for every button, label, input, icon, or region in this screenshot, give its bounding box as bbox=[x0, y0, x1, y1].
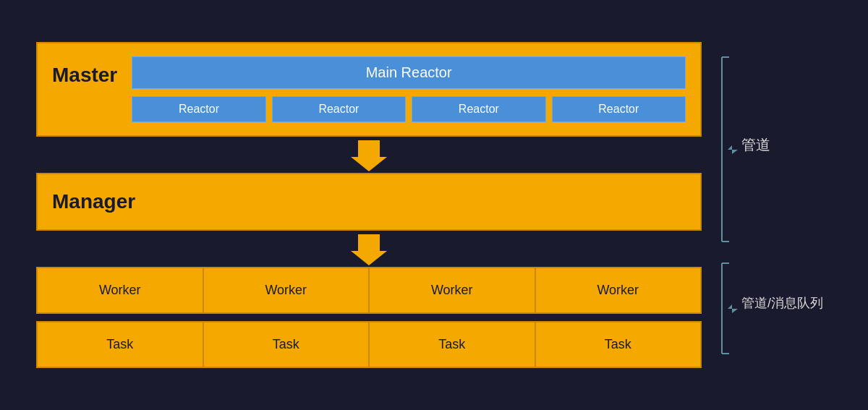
reactor-box-2: Reactor bbox=[272, 96, 406, 122]
svg-marker-9 bbox=[728, 304, 738, 313]
annotation-bottom: 管道/消息队列 bbox=[741, 294, 823, 312]
manager-label: Manager bbox=[52, 190, 135, 213]
svg-marker-5 bbox=[728, 145, 738, 154]
manager-block: Manager bbox=[36, 173, 702, 231]
task-cell-4: Task bbox=[536, 323, 701, 367]
task-cell-2: Task bbox=[204, 323, 370, 367]
worker-cell-3: Worker bbox=[370, 268, 536, 312]
workers-block: Worker Worker Worker Worker bbox=[36, 267, 702, 314]
right-annotations: 管道 管道/消息队列 bbox=[716, 50, 832, 361]
diagram-wrapper: Master Main Reactor Reactor Reactor Reac… bbox=[36, 42, 832, 368]
sub-reactors: Reactor Reactor Reactor Reactor bbox=[132, 96, 686, 122]
main-reactor-box: Main Reactor bbox=[132, 56, 686, 89]
worker-cell-1: Worker bbox=[38, 268, 204, 312]
annotation-svg bbox=[716, 50, 832, 361]
task-cell-1: Task bbox=[38, 323, 204, 367]
annotation-top: 管道 bbox=[741, 135, 770, 155]
reactor-box-1: Reactor bbox=[132, 96, 265, 122]
tasks-block: Task Task Task Task bbox=[36, 321, 702, 368]
svg-marker-0 bbox=[351, 140, 387, 171]
arrow-down-1 bbox=[36, 137, 702, 173]
diagram-main: Master Main Reactor Reactor Reactor Reac… bbox=[36, 42, 702, 368]
task-cell-3: Task bbox=[370, 323, 536, 367]
svg-marker-1 bbox=[351, 234, 387, 265]
worker-cell-2: Worker bbox=[204, 268, 370, 312]
arrow-down-2 bbox=[36, 231, 702, 267]
worker-cell-4: Worker bbox=[536, 268, 701, 312]
reactor-box-4: Reactor bbox=[552, 96, 686, 122]
master-label: Master bbox=[52, 56, 117, 87]
reactor-group: Main Reactor Reactor Reactor Reactor Rea… bbox=[132, 56, 686, 122]
reactor-box-3: Reactor bbox=[412, 96, 545, 122]
master-block: Master Main Reactor Reactor Reactor Reac… bbox=[36, 42, 702, 137]
